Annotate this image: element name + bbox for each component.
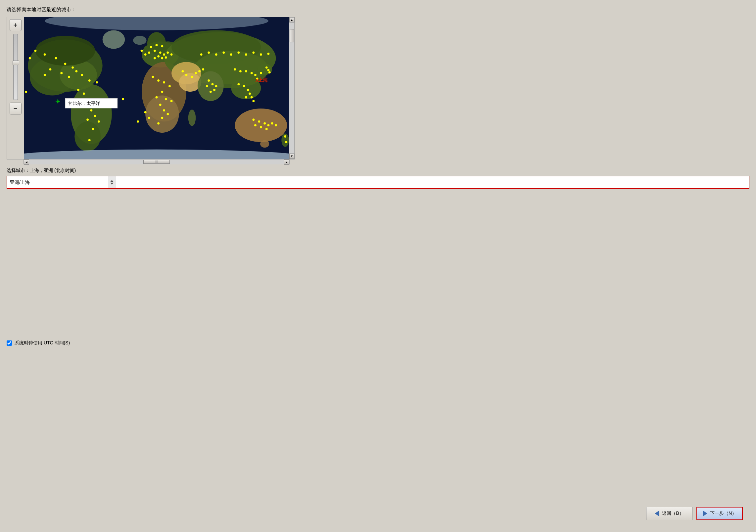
svg-point-31: [64, 63, 67, 65]
svg-point-25: [133, 36, 147, 45]
svg-point-54: [163, 53, 165, 56]
page-title: 请选择离本地时区最近的城市：: [7, 7, 749, 13]
svg-point-39: [34, 50, 37, 52]
scroll-right-button[interactable]: ►: [284, 159, 289, 165]
next-arrow-icon: [703, 510, 707, 516]
scroll-up-button[interactable]: ▲: [289, 17, 295, 22]
svg-point-96: [267, 53, 270, 55]
svg-point-21: [235, 109, 287, 142]
svg-point-86: [202, 68, 204, 70]
city-select[interactable]: 亚洲/上海 亚洲/北京 亚洲/香港 亚洲/东京: [7, 176, 107, 188]
svg-point-50: [88, 139, 91, 141]
svg-text:✈: ✈: [55, 98, 60, 105]
svg-point-102: [206, 85, 208, 87]
svg-point-121: [258, 120, 260, 123]
scroll-grip: [156, 160, 158, 163]
svg-point-52: [154, 50, 156, 52]
svg-point-47: [86, 118, 89, 121]
arrow-up-icon: [110, 180, 114, 182]
svg-point-113: [251, 72, 253, 74]
select-arrow[interactable]: [108, 176, 116, 188]
svg-point-92: [237, 52, 240, 54]
svg-point-35: [75, 70, 77, 72]
svg-point-101: [215, 85, 217, 87]
svg-point-87: [200, 53, 203, 56]
selected-city-text: 选择城市：上海，亚洲 (北京时间): [7, 168, 749, 174]
svg-point-37: [44, 74, 46, 76]
svg-point-68: [163, 81, 165, 84]
svg-point-104: [243, 85, 245, 87]
svg-point-123: [267, 124, 270, 126]
next-button-label: 下一步（N）: [710, 510, 736, 516]
zoom-slider-track: [13, 34, 18, 100]
svg-point-129: [284, 135, 286, 138]
svg-point-77: [161, 117, 164, 119]
svg-point-7: [74, 121, 101, 151]
back-arrow-icon: [655, 510, 659, 516]
svg-point-22: [260, 140, 269, 148]
svg-point-122: [263, 122, 266, 125]
svg-point-106: [249, 93, 251, 95]
svg-point-128: [275, 124, 277, 126]
scroll-track-horizontal[interactable]: [29, 159, 284, 164]
svg-point-75: [163, 109, 165, 111]
svg-point-130: [285, 141, 288, 143]
svg-point-82: [185, 74, 188, 76]
svg-point-109: [245, 96, 247, 99]
arrow-down-icon: [110, 183, 114, 185]
svg-point-69: [168, 85, 171, 87]
spacer2: [7, 356, 749, 507]
svg-point-108: [252, 100, 255, 102]
scrollbar-corner: [7, 159, 24, 164]
svg-point-120: [252, 118, 255, 121]
svg-point-70: [161, 91, 164, 93]
map-viewport[interactable]: ✈ 甘比尔，太平洋 ✕ 上海: [24, 17, 289, 159]
svg-point-66: [152, 76, 154, 78]
scroll-track-vertical[interactable]: [289, 22, 294, 154]
svg-point-48: [98, 120, 100, 123]
svg-point-116: [260, 72, 262, 74]
svg-point-40: [29, 57, 31, 60]
svg-point-29: [44, 53, 46, 56]
next-button[interactable]: 下一步（N）: [696, 507, 743, 520]
back-button-label: 返回（B）: [662, 510, 684, 516]
svg-point-125: [254, 124, 257, 126]
svg-point-93: [245, 53, 247, 56]
svg-point-135: [122, 98, 124, 100]
svg-point-124: [260, 126, 262, 128]
zoom-in-button[interactable]: +: [10, 19, 22, 31]
svg-point-97: [208, 79, 210, 82]
svg-point-74: [159, 104, 162, 106]
scroll-thumb-horizontal[interactable]: [143, 160, 170, 164]
city-select-wrapper: 亚洲/上海 亚洲/北京 亚洲/香港 亚洲/东京: [7, 176, 749, 189]
svg-point-80: [144, 111, 147, 113]
svg-point-94: [252, 52, 255, 54]
back-button[interactable]: 返回（B）: [646, 507, 692, 520]
utc-label[interactable]: 系统时钟使用 UTC 时间(S): [15, 340, 70, 346]
zoom-slider-thumb[interactable]: [13, 61, 19, 65]
svg-point-131: [25, 91, 27, 93]
svg-point-79: [148, 117, 150, 119]
svg-point-30: [55, 57, 57, 60]
svg-point-91: [230, 53, 232, 56]
svg-point-110: [234, 68, 236, 70]
zoom-out-button[interactable]: −: [10, 103, 22, 114]
svg-point-34: [68, 76, 70, 78]
svg-point-59: [165, 56, 167, 59]
horizontal-scrollbar-row: ◄ ►: [7, 159, 295, 164]
svg-point-57: [157, 55, 160, 58]
svg-point-24: [188, 110, 196, 126]
svg-point-46: [94, 115, 96, 117]
scroll-thumb-vertical[interactable]: [290, 29, 294, 42]
svg-point-53: [159, 52, 162, 54]
svg-point-127: [271, 122, 273, 125]
svg-point-90: [222, 52, 225, 54]
svg-point-36: [49, 68, 52, 70]
svg-point-71: [156, 96, 158, 99]
utc-checkbox[interactable]: [7, 340, 12, 346]
utc-row: 系统时钟使用 UTC 时间(S): [7, 340, 749, 346]
svg-point-55: [166, 52, 169, 54]
svg-point-11: [145, 96, 179, 133]
scroll-down-button[interactable]: ▼: [289, 154, 295, 159]
scroll-left-button[interactable]: ◄: [24, 159, 29, 165]
